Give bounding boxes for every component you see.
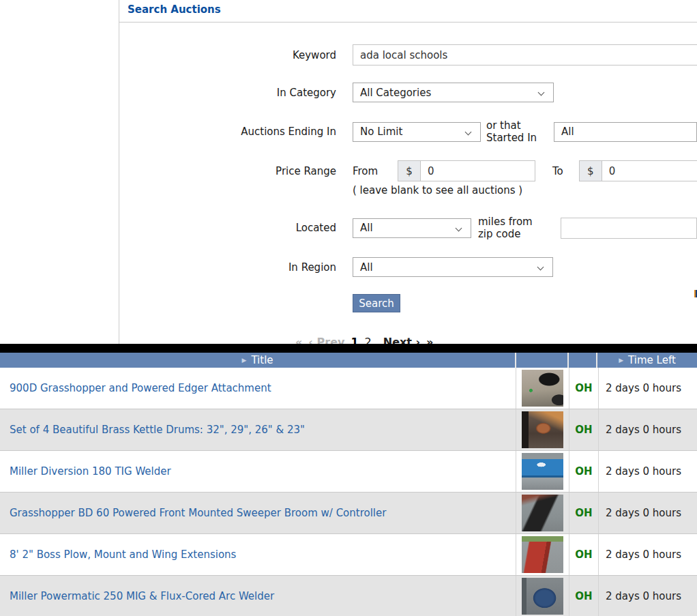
located-select[interactable]: All xyxy=(353,218,471,238)
auction-thumbnail-cell xyxy=(516,409,569,450)
left-panel-divider xyxy=(119,0,119,344)
clipped-edge-icon xyxy=(694,290,697,297)
keyword-input[interactable] xyxy=(353,44,697,65)
auction-title-cell: Grasshopper BD 60 Powered Front Mounted … xyxy=(0,493,516,533)
price-from-label: From xyxy=(353,165,381,177)
column-header-title[interactable]: ▶ Title xyxy=(0,353,516,368)
table-row: Grasshopper BD 60 Powered Front Mounted … xyxy=(0,493,697,534)
auction-search-form: Keyword In Category All Categories Aucti… xyxy=(119,23,697,349)
category-selected-value: All Categories xyxy=(360,87,431,99)
auction-title-cell: Set of 4 Beautiful Brass Kettle Drums: 3… xyxy=(0,409,516,450)
state-badge: OH xyxy=(569,368,599,409)
table-row: Miller Powermatic 250 MIG & Flux-Cored A… xyxy=(0,576,697,616)
auction-thumbnail-cell xyxy=(516,493,569,533)
results-table: ▶ Title ▶ Time Left 900D Grasshopper and… xyxy=(0,344,697,616)
started-in-selected-value: All xyxy=(561,126,574,138)
search-button[interactable]: Search xyxy=(353,294,400,312)
price-note: ( leave blank to see all auctions ) xyxy=(353,184,697,199)
column-header-title-label: Title xyxy=(251,354,273,366)
category-row: In Category All Categories xyxy=(119,82,697,103)
price-to-label: To xyxy=(552,165,563,177)
started-in-select[interactable]: All xyxy=(554,122,697,142)
column-header-time-left-label: Time Left xyxy=(628,354,676,366)
auction-title-cell: Miller Powermatic 250 MIG & Flux-Cored A… xyxy=(0,576,516,616)
auction-title-link[interactable]: Grasshopper BD 60 Powered Front Mounted … xyxy=(10,507,386,519)
ending-selected-value: No Limit xyxy=(360,126,402,138)
auction-title-link[interactable]: Set of 4 Beautiful Brass Kettle Drums: 3… xyxy=(10,424,305,436)
time-left-cell: 2 days 0 hours xyxy=(599,576,697,616)
price-to-input[interactable] xyxy=(602,160,697,181)
region-row: In Region All xyxy=(119,256,697,278)
table-top-bar xyxy=(0,344,697,353)
time-left-cell: 2 days 0 hours xyxy=(599,534,697,575)
keyword-label: Keyword xyxy=(119,49,336,61)
category-select[interactable]: All Categories xyxy=(353,83,554,102)
state-badge: OH xyxy=(569,451,599,492)
zip-label: miles from zip code xyxy=(478,216,549,240)
sort-arrow-icon: ▶ xyxy=(619,357,623,364)
started-in-label: or that Started In xyxy=(486,119,548,144)
table-row: Set of 4 Beautiful Brass Kettle Drums: 3… xyxy=(0,409,697,451)
auction-thumbnail-cell xyxy=(516,534,569,575)
ending-label: Auctions Ending In xyxy=(119,126,336,138)
auction-title-link[interactable]: 900D Grasshopper and Powered Edger Attac… xyxy=(10,382,271,394)
auction-title-link[interactable]: 8' 2" Boss Plow, Mount and Wing Extensio… xyxy=(10,548,236,561)
located-row: Located All miles from zip code xyxy=(119,216,697,240)
price-range-label: Price Range xyxy=(119,165,336,177)
price-from-input[interactable] xyxy=(421,160,535,181)
ending-select[interactable]: No Limit xyxy=(353,122,481,142)
auction-title-cell: 8' 2" Boss Plow, Mount and Wing Extensio… xyxy=(0,534,516,575)
chevron-down-icon xyxy=(456,224,462,231)
price-range-row: Price Range From $ To $ xyxy=(119,160,697,181)
blue-tig-welder-photo[interactable] xyxy=(522,453,563,490)
region-select[interactable]: All xyxy=(353,257,553,277)
time-left-cell: 2 days 0 hours xyxy=(599,368,697,409)
chevron-down-icon xyxy=(537,264,544,271)
state-badge: OH xyxy=(569,409,599,450)
state-badge: OH xyxy=(569,493,599,533)
state-badge: OH xyxy=(569,534,599,575)
auction-thumbnail-cell xyxy=(516,368,569,409)
auction-title-cell: Miller Diversion 180 TIG Welder xyxy=(0,451,516,492)
table-row: 900D Grasshopper and Powered Edger Attac… xyxy=(0,368,697,409)
chevron-down-icon xyxy=(538,89,545,96)
sweeper-broom-photo[interactable] xyxy=(522,495,563,531)
time-left-cell: 2 days 0 hours xyxy=(599,451,697,492)
blue-mig-welder-photo[interactable] xyxy=(522,578,563,615)
search-auctions-panel: Search Auctions Keyword In Category All … xyxy=(119,0,697,349)
state-badge: OH xyxy=(569,576,599,616)
ending-row: Auctions Ending In No Limit or that Star… xyxy=(119,119,697,144)
keyword-row: Keyword xyxy=(119,44,697,65)
auction-title-link[interactable]: Miller Powermatic 250 MIG & Flux-Cored A… xyxy=(10,590,274,602)
table-row: 8' 2" Boss Plow, Mount and Wing Extensio… xyxy=(0,534,697,576)
zip-code-input[interactable] xyxy=(561,218,697,239)
column-header-state xyxy=(569,353,597,368)
currency-prefix: $ xyxy=(579,160,602,181)
red-boss-plow-photo[interactable] xyxy=(522,536,563,573)
located-label: Located xyxy=(119,222,336,234)
grasshopper-mower-photo[interactable] xyxy=(522,370,563,407)
sort-arrow-icon: ▶ xyxy=(241,357,246,364)
table-row: Miller Diversion 180 TIG Welder OH 2 day… xyxy=(0,451,697,493)
column-header-time-left[interactable]: ▶ Time Left xyxy=(597,353,697,368)
chevron-down-icon xyxy=(465,128,472,135)
located-selected-value: All xyxy=(360,222,373,234)
currency-prefix: $ xyxy=(398,160,421,181)
table-header-row: ▶ Title ▶ Time Left xyxy=(0,353,697,368)
page-title: Search Auctions xyxy=(119,0,697,22)
auction-thumbnail-cell xyxy=(516,451,569,492)
brass-kettle-drums-photo[interactable] xyxy=(522,411,563,448)
region-selected-value: All xyxy=(360,261,373,274)
time-left-cell: 2 days 0 hours xyxy=(599,409,697,450)
time-left-cell: 2 days 0 hours xyxy=(599,493,697,533)
auction-thumbnail-cell xyxy=(516,576,569,616)
auction-title-link[interactable]: Miller Diversion 180 TIG Welder xyxy=(10,465,171,478)
region-label: In Region xyxy=(119,261,336,274)
column-header-thumbnail xyxy=(516,353,569,368)
category-label: In Category xyxy=(119,87,336,99)
auction-title-cell: 900D Grasshopper and Powered Edger Attac… xyxy=(0,368,516,409)
